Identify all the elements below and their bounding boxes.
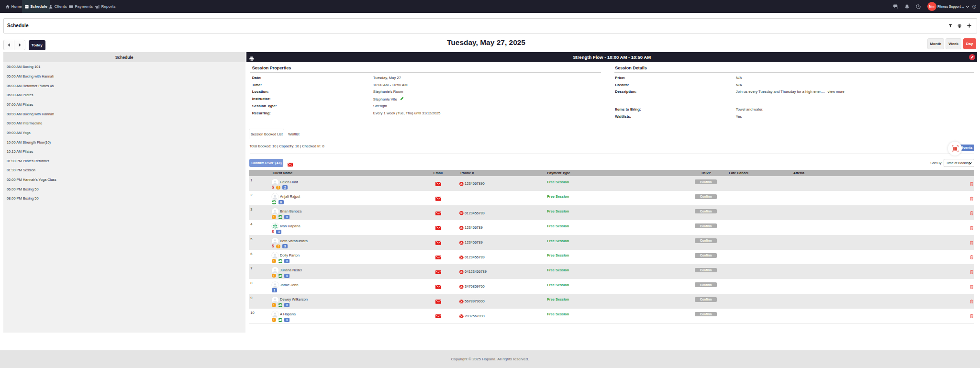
sidebar-session-item[interactable]: 01:30 PM Session bbox=[3, 166, 245, 175]
alert-icon: ! bbox=[276, 245, 280, 249]
view-more-link[interactable]: view more bbox=[828, 89, 845, 94]
payment-due-dollar-icon: $ bbox=[272, 230, 274, 234]
session-title: Strength Flow - 10:00 AM - 10:50 AM bbox=[246, 52, 977, 62]
sidebar-session-item[interactable]: 02:00 PM Hannah's Yoga Class bbox=[3, 175, 245, 185]
tab-waitlist[interactable]: Waitlist bbox=[288, 129, 300, 139]
confirm-rsvp-button[interactable]: Confirm bbox=[695, 223, 717, 228]
property-value-text: Join us every Tuesday and Thursday for a… bbox=[736, 89, 825, 94]
property-label: Waitlists: bbox=[615, 114, 631, 119]
delete-booking-icon[interactable] bbox=[970, 223, 973, 232]
sidebar-session-item[interactable]: 08:00 AM Boxing with Hannah bbox=[3, 110, 245, 119]
sidebar-session-item[interactable]: 08:00 PM Boxing 50 bbox=[3, 194, 245, 203]
delete-booking-icon[interactable] bbox=[970, 194, 973, 202]
delete-booking-icon[interactable] bbox=[970, 282, 973, 291]
client-name[interactable]: Dewey Wilkerson bbox=[280, 297, 308, 301]
email-icon[interactable] bbox=[435, 312, 441, 320]
delete-booking-icon[interactable] bbox=[970, 297, 973, 305]
email-icon[interactable] bbox=[435, 179, 441, 188]
email-icon[interactable] bbox=[435, 253, 441, 261]
messages-icon[interactable] bbox=[893, 0, 898, 13]
client-name[interactable]: Jamie John bbox=[280, 283, 298, 287]
email-icon[interactable] bbox=[435, 238, 441, 247]
client-name[interactable]: Dolly Parton bbox=[280, 253, 300, 257]
sidebar-session-item[interactable]: 05:00 AM Boxing 101 bbox=[3, 62, 245, 72]
client-name[interactable]: Beth Varasuntara bbox=[280, 239, 308, 243]
sidebar-session-item[interactable]: 09:00 AM Intermediate bbox=[3, 119, 245, 128]
filter-icon[interactable] bbox=[948, 24, 952, 28]
properties-divider bbox=[250, 72, 601, 73]
sidebar-session-item[interactable]: 06:00 AM Pilates bbox=[3, 90, 245, 100]
email-icon[interactable] bbox=[435, 223, 441, 232]
client-avatar bbox=[272, 267, 278, 274]
column-header-email: Email bbox=[434, 170, 443, 176]
phone-cell: 2032567890 bbox=[459, 312, 485, 320]
confirm-rsvp-button[interactable]: Confirm bbox=[695, 209, 717, 214]
section-divider bbox=[250, 154, 974, 154]
sidebar-session-item[interactable]: 01:00 PM Pilates Reformer bbox=[3, 156, 245, 166]
confirm-rsvp-button[interactable]: Confirm bbox=[695, 253, 717, 258]
booking-count-badge: 1 bbox=[272, 288, 277, 292]
email-all-icon[interactable] bbox=[288, 160, 293, 168]
confirm-rsvp-button[interactable]: Confirm bbox=[695, 179, 717, 184]
confirm-rsvp-button[interactable]: Confirm bbox=[695, 194, 717, 199]
edit-instructor-pencil-icon[interactable] bbox=[400, 97, 404, 101]
sidebar-session-item[interactable]: 05:00 AM Boxing with Hannah bbox=[3, 72, 245, 81]
add-plus-icon[interactable] bbox=[967, 23, 971, 28]
help-icon[interactable]: ? bbox=[972, 0, 976, 13]
invalid-phone-icon bbox=[459, 253, 464, 261]
calendar-date: Tuesday, May 27, 2025 bbox=[0, 38, 972, 47]
history-clock-icon[interactable] bbox=[916, 0, 921, 13]
property-label: Instructor: bbox=[252, 97, 270, 101]
view-week-button[interactable]: Week bbox=[946, 38, 961, 49]
client-status-icons: !0 bbox=[272, 215, 290, 220]
email-icon[interactable] bbox=[435, 268, 441, 276]
booking-count-badge: 0 bbox=[284, 303, 290, 307]
edit-session-button[interactable] bbox=[969, 54, 975, 60]
client-name[interactable]: Juliana Nedel bbox=[280, 268, 301, 272]
delete-booking-icon[interactable] bbox=[970, 312, 973, 320]
notifications-bell-icon[interactable] bbox=[905, 0, 909, 13]
client-name[interactable]: Anjali Rajput bbox=[280, 194, 300, 199]
payment-type: Free Session bbox=[547, 268, 569, 272]
confirm-rsvp-button[interactable]: Confirm bbox=[695, 282, 717, 287]
confirm-rsvp-button[interactable]: Confirm bbox=[695, 268, 717, 273]
confirm-rsvp-button[interactable]: Confirm bbox=[695, 312, 717, 317]
view-day-button[interactable]: Day bbox=[963, 38, 976, 49]
tab-session-booked-list[interactable]: Session Booked List bbox=[249, 129, 284, 139]
sidebar-session-item[interactable]: 07:00 AM Pilates bbox=[3, 100, 245, 110]
sidebar-session-item[interactable]: 09:00 AM Yoga bbox=[3, 128, 245, 138]
property-row: Credits:N/A bbox=[246, 83, 977, 90]
property-value-text: Towel and water. bbox=[736, 107, 763, 112]
row-number: 4 bbox=[250, 222, 252, 226]
client-name[interactable]: Brian Benoza bbox=[280, 209, 301, 213]
payment-type: Free Session bbox=[547, 224, 569, 228]
nav-item-reports[interactable]: Reports bbox=[93, 0, 119, 13]
account-menu[interactable]: Fitness Support ... bbox=[937, 0, 969, 13]
delete-booking-icon[interactable] bbox=[970, 253, 973, 261]
user-avatar[interactable]: Nm bbox=[927, 2, 936, 11]
email-icon[interactable] bbox=[435, 282, 441, 291]
delete-booking-icon[interactable] bbox=[970, 209, 973, 217]
sidebar-session-item[interactable]: 06:00 PM Boxing 50 bbox=[3, 185, 245, 194]
client-name[interactable]: Ivan Hapana bbox=[280, 224, 301, 228]
client-status-icons: 1 bbox=[272, 288, 277, 293]
view-month-button[interactable]: Month bbox=[927, 38, 944, 49]
sidebar-session-item[interactable]: 10:00 AM Strength Flow(10) bbox=[3, 138, 245, 147]
confirm-rsvp-button[interactable]: Confirm bbox=[695, 238, 717, 243]
email-icon[interactable] bbox=[435, 194, 441, 203]
email-icon[interactable] bbox=[435, 209, 441, 217]
settings-gear-icon[interactable] bbox=[958, 24, 962, 28]
delete-booking-icon[interactable] bbox=[970, 179, 973, 188]
table-row: 10A Hapana!02032567890Free SessionConfir… bbox=[249, 309, 974, 323]
session-detail-panel: Strength Flow - 10:00 AM - 10:50 AM Sess… bbox=[246, 52, 977, 350]
sidebar-session-item[interactable]: 10:15 AM Pilates bbox=[3, 147, 245, 156]
confirm-rsvp-all-button[interactable]: Confirm RSVP (All) bbox=[249, 159, 283, 167]
confirm-rsvp-button[interactable]: Confirm bbox=[695, 297, 717, 302]
calendar-icon bbox=[25, 5, 29, 9]
delete-booking-icon[interactable] bbox=[970, 238, 973, 246]
sidebar-session-item[interactable]: 06:00 AM Reformer Pilates 45 bbox=[3, 81, 245, 91]
email-icon[interactable] bbox=[435, 297, 441, 306]
sort-by-select[interactable]: Time of Booking bbox=[944, 159, 974, 167]
delete-booking-icon[interactable] bbox=[970, 268, 973, 276]
client-name[interactable]: Helen Hunt bbox=[280, 180, 298, 184]
